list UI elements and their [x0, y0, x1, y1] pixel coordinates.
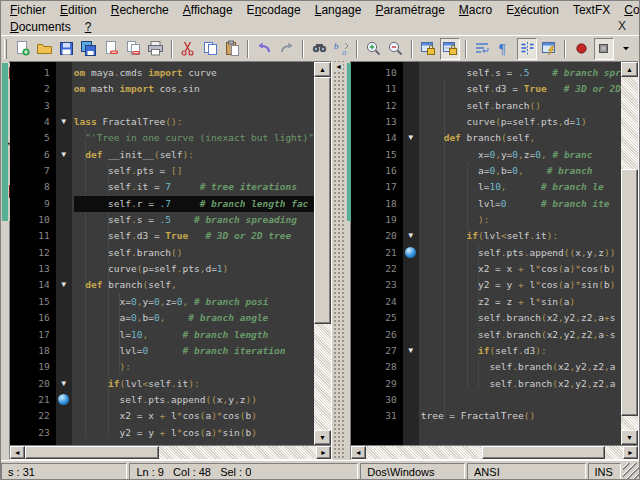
copy-icon[interactable]	[200, 38, 220, 60]
code-line[interactable]: self.branch()	[421, 98, 621, 114]
fold-marker-icon[interactable]: ▼	[403, 343, 419, 359]
toolbar-grip[interactable]	[4, 39, 7, 59]
code-line[interactable]: ):	[74, 359, 314, 375]
code-line[interactable]: l=10, # branch length	[74, 327, 314, 343]
code-line[interactable]: tree = FractalTree()	[421, 408, 621, 424]
word-wrap-icon[interactable]	[472, 38, 492, 60]
menu-item-?[interactable]: ?	[78, 19, 99, 35]
fold-marker-icon[interactable]: ▼	[56, 277, 72, 293]
find-icon[interactable]	[309, 38, 329, 60]
stop-macro-icon[interactable]	[594, 38, 614, 60]
zoom-in-icon[interactable]	[363, 38, 383, 60]
code-line[interactable]: self.d3 = True # 3D or 2D tree	[74, 228, 314, 244]
fold-margin[interactable]: ▼▼▼	[403, 62, 419, 445]
menu-item-documents[interactable]: Documents	[3, 19, 78, 35]
save-all-icon[interactable]	[79, 38, 99, 60]
fold-marker-icon[interactable]: ▼	[56, 114, 72, 130]
menu-item-compl-ments[interactable]: Compléments	[617, 2, 640, 18]
menu-item-recherche[interactable]: Recherche	[104, 2, 176, 18]
code-line[interactable]: a=0,b=0, # branch angle	[74, 310, 314, 326]
fold-marker-icon[interactable]: ▼	[56, 376, 72, 392]
menu-item-affichage[interactable]: Affichage	[176, 2, 240, 18]
horizontal-scrollbar[interactable]: ◄ ►	[351, 445, 638, 459]
view-splitter[interactable]: ◄	[332, 61, 346, 460]
sync-scroll-vertical-icon[interactable]	[418, 38, 438, 60]
code-line[interactable]: lvl=0 # branch iteration	[74, 343, 314, 359]
fold-margin[interactable]: ▼▼▼▼	[56, 62, 72, 445]
hscroll-thumb[interactable]	[25, 446, 159, 459]
scroll-down-icon[interactable]: ▼	[314, 430, 331, 445]
toolbar-overflow-icon[interactable]	[616, 38, 636, 60]
horizontal-scrollbar[interactable]: ◄ ►	[10, 445, 331, 459]
scroll-up-icon[interactable]: ▲	[621, 62, 638, 77]
code-line[interactable]: def __init__(self):	[74, 147, 314, 163]
code-line[interactable]: if(lvl<self.it):	[74, 376, 314, 392]
fold-marker-icon[interactable]: ▼	[403, 228, 419, 244]
code-line[interactable]: x2 = x + l*cos(a)*cos(b)	[74, 408, 314, 424]
code-line[interactable]: def branch(self,	[421, 130, 621, 146]
scroll-down-icon[interactable]: ▼	[621, 430, 638, 445]
vertical-scrollbar[interactable]: ▲ ▼	[314, 62, 331, 445]
bookmark-icon[interactable]	[56, 392, 72, 408]
vertical-scrollbar[interactable]: ▲ ▼	[621, 62, 638, 445]
fold-marker-icon[interactable]: ▼	[56, 147, 72, 163]
close-file-icon[interactable]	[101, 38, 121, 60]
code-line[interactable]: y2 = y + l*cos(a)*sin(b)	[421, 277, 621, 293]
close-all-icon[interactable]	[123, 38, 143, 60]
code-line[interactable]: curve(p=self.pts,d=1)	[74, 261, 314, 277]
scroll-left-icon[interactable]: ◄	[351, 446, 366, 459]
vscroll-thumb[interactable]	[314, 77, 331, 324]
code-area[interactable]: self.s = .5 # branch spr self.d3 = True …	[419, 62, 621, 445]
code-area[interactable]: om maya.cmds import curveom math import …	[72, 62, 314, 445]
record-macro-icon[interactable]	[571, 38, 591, 60]
view-switch-icon[interactable]	[539, 38, 559, 60]
redo-icon[interactable]	[277, 38, 297, 60]
code-line[interactable]: l=10, # branch le	[421, 179, 621, 195]
show-all-characters-icon[interactable]: ¶	[495, 38, 515, 60]
code-line[interactable]: self.branch(x2,y2,z2,a	[421, 376, 621, 392]
code-line[interactable]: self.branch(x2,y2,z2,a	[421, 359, 621, 375]
sync-scroll-horizontal-icon[interactable]	[440, 38, 460, 60]
scroll-right-icon[interactable]: ►	[316, 446, 331, 459]
code-line[interactable]	[74, 98, 314, 114]
menu-item-param-trage[interactable]: Paramétrage	[368, 2, 451, 18]
scroll-right-icon[interactable]: ►	[623, 446, 638, 459]
undo-icon[interactable]	[254, 38, 274, 60]
code-line[interactable]: self.r = .7 # branch length fac	[74, 196, 314, 212]
menu-item-macro[interactable]: Macro	[452, 2, 499, 18]
fold-marker-icon[interactable]: ▼	[403, 130, 419, 146]
hscroll-thumb[interactable]	[482, 446, 605, 459]
menu-item-edition[interactable]: Edition	[53, 2, 104, 18]
code-line[interactable]: self.d3 = True # 3D or 2D	[421, 81, 621, 97]
bookmark-icon[interactable]	[403, 245, 419, 261]
menu-item-encodage[interactable]: Encodage	[240, 2, 308, 18]
zoom-out-icon[interactable]	[386, 38, 406, 60]
code-line[interactable]: y2 = y + l*cos(a)*sin(b)	[74, 425, 314, 441]
code-line[interactable]: self.s = .5 # branch spr	[421, 65, 621, 81]
paste-icon[interactable]	[222, 38, 242, 60]
code-line[interactable]: if(lvl<self.it):	[421, 228, 621, 244]
menu-item-textfx[interactable]: TextFX	[566, 2, 617, 18]
code-line[interactable]: om math import cos,sin	[74, 81, 314, 97]
resize-grip[interactable]	[623, 463, 639, 480]
code-line[interactable]: om maya.cmds import curve	[74, 65, 314, 81]
replace-icon[interactable]: ba	[331, 38, 351, 60]
menu-item-ex-cution[interactable]: Exécution	[499, 2, 566, 18]
code-line[interactable]	[421, 392, 621, 408]
cut-icon[interactable]	[178, 38, 198, 60]
code-line[interactable]: lvl=0 # branch ite	[421, 196, 621, 212]
code-line[interactable]: self.pts.append((x,y,z))	[74, 392, 314, 408]
code-line[interactable]: self.branch(x2,y2,z2,a-s	[421, 327, 621, 343]
code-line[interactable]: x=0,y=0,z=0, # branc	[421, 147, 621, 163]
code-line[interactable]: "'Tree in one curve (inexact but light)"	[74, 130, 314, 146]
code-line[interactable]: a=0,b=0, # branch	[421, 163, 621, 179]
menu-item-fichier[interactable]: Fichier	[3, 2, 53, 18]
code-line[interactable]: self.branch()	[74, 245, 314, 261]
code-line[interactable]: if(self.d3):	[421, 343, 621, 359]
menu-item-langage[interactable]: Langage	[308, 2, 369, 18]
code-line[interactable]: self.it = 7 # tree iterations	[74, 179, 314, 195]
scroll-up-icon[interactable]: ▲	[314, 62, 331, 77]
splitter-collapse-icon[interactable]: ◄	[334, 63, 343, 70]
code-line[interactable]: z2 = z + l*sin(a)	[421, 294, 621, 310]
scroll-left-icon[interactable]: ◄	[10, 446, 25, 459]
